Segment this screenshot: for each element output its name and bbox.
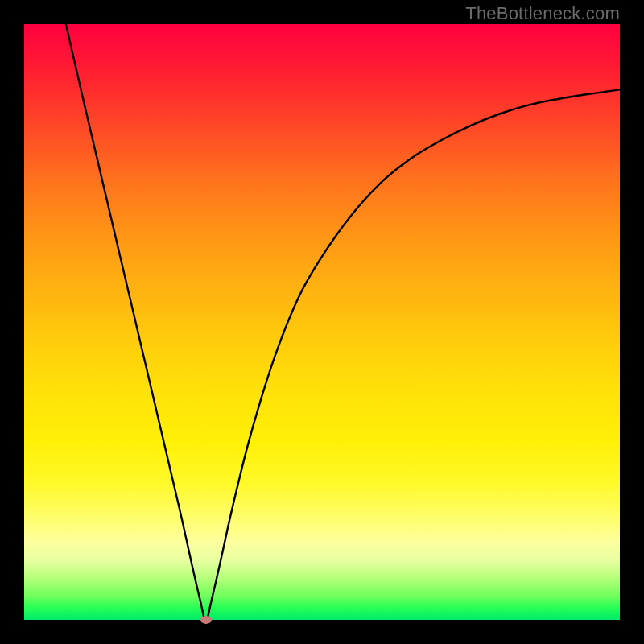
watermark-text: TheBottleneck.com bbox=[465, 3, 620, 24]
curve-svg bbox=[24, 24, 620, 620]
curve-path bbox=[66, 24, 620, 620]
plot-area bbox=[24, 24, 620, 620]
minimum-marker bbox=[200, 616, 212, 624]
chart-frame: TheBottleneck.com bbox=[0, 0, 644, 644]
